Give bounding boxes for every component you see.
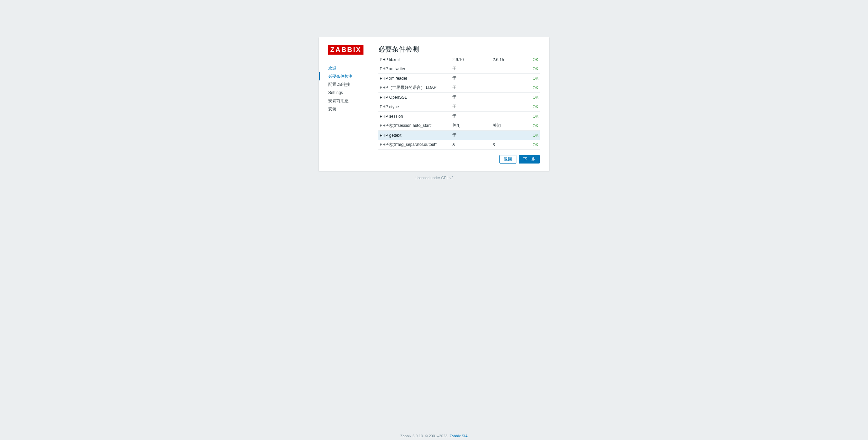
wizard-step-3[interactable]: Settings [328,89,378,97]
check-name: PHP libxml [378,58,451,64]
check-current: 于 [451,74,491,83]
license-text: Licensed under GPL v2 [0,176,868,180]
check-name: PHP xmlwriter [378,64,451,74]
prerequisites-tbody: 支持PHP gd FreeType于OKPHP libxml2.9.102.6.… [378,58,540,150]
check-current: 于 [451,83,491,93]
check-name: PHP选项"session.auto_start" [378,121,451,131]
check-current: 于 [451,93,491,102]
table-row: PHP ctype于OK [378,102,540,112]
check-status: OK [520,64,540,74]
wizard-steps-list: 欢迎必要条件检测配置DB连接Settings安装前汇总安装 [328,64,378,113]
check-status: OK [520,74,540,83]
wizard-step-0[interactable]: 欢迎 [328,64,378,72]
check-status: OK [520,140,540,150]
check-name: PHP选项"arg_separator.output" [378,140,451,150]
table-row: PHP gettext于OK [378,131,540,140]
table-row: PHP libxml2.9.102.6.15OK [378,58,540,64]
setup-wizard-panel: ZABBIX 欢迎必要条件检测配置DB连接Settings安装前汇总安装 必要条… [319,37,549,171]
check-required [491,93,520,102]
check-current: 于 [451,131,491,140]
table-row: PHP session于OK [378,112,540,121]
table-row: PHP选项"arg_separator.output"&&OK [378,140,540,150]
check-required [491,64,520,74]
status-badge: OK [533,66,538,71]
checks-scroll-area[interactable]: 支持PHP gd FreeType于OKPHP libxml2.9.102.6.… [378,58,540,150]
button-row: 返回 下一步 [378,155,540,164]
check-current: 于 [451,112,491,121]
table-row: PHP OpenSSL于OK [378,93,540,102]
check-status: OK [520,58,540,64]
check-required [491,83,520,93]
check-current: & [451,140,491,150]
status-badge: OK [533,104,538,109]
check-name: PHP ctype [378,102,451,112]
status-badge: OK [533,142,538,147]
check-status: OK [520,93,540,102]
check-required [491,131,520,140]
table-row: PHP（世界最好的语言） LDAP于OK [378,83,540,93]
wizard-step-4[interactable]: 安装前汇总 [328,97,378,105]
wizard-step-2[interactable]: 配置DB连接 [328,80,378,89]
check-name: PHP session [378,112,451,121]
check-required [491,112,520,121]
check-current: 于 [451,102,491,112]
check-status: OK [520,112,540,121]
status-badge: OK [533,58,538,62]
check-required: & [491,140,520,150]
check-current: 2.9.10 [451,58,491,64]
page-title: 必要条件检测 [378,45,540,54]
check-required [491,74,520,83]
back-button[interactable]: 返回 [499,155,516,164]
table-row: PHP xmlreader于OK [378,74,540,83]
check-required: 2.6.15 [491,58,520,64]
check-name: PHP（世界最好的语言） LDAP [378,83,451,93]
checks-table-wrapper: 支持PHP gd FreeType于OKPHP libxml2.9.102.6.… [378,58,540,150]
check-status: OK [520,121,540,131]
check-current: 于 [451,64,491,74]
main-content: 必要条件检测 支持PHP gd FreeType于OKPHP libxml2.9… [378,37,549,171]
wizard-step-5[interactable]: 安装 [328,105,378,113]
status-badge: OK [533,85,538,90]
table-row: PHP选项"session.auto_start"关闭关闭OK [378,121,540,131]
next-button[interactable]: 下一步 [519,155,540,164]
status-badge: OK [533,76,538,81]
check-status: OK [520,131,540,140]
check-required: 关闭 [491,121,520,131]
check-status: OK [520,83,540,93]
check-status: OK [520,102,540,112]
prerequisites-table: 支持PHP gd FreeType于OKPHP libxml2.9.102.6.… [378,58,540,150]
status-badge: OK [533,123,538,128]
brand-logo: ZABBIX [328,45,363,55]
status-badge: OK [533,133,538,138]
check-current: 关闭 [451,121,491,131]
status-badge: OK [533,95,538,100]
table-row: PHP xmlwriter于OK [378,64,540,74]
check-name: PHP gettext [378,131,451,140]
check-required [491,102,520,112]
status-badge: OK [533,114,538,119]
check-name: PHP xmlreader [378,74,451,83]
check-name: PHP OpenSSL [378,93,451,102]
sidebar: ZABBIX 欢迎必要条件检测配置DB连接Settings安装前汇总安装 [319,37,378,171]
wizard-step-1[interactable]: 必要条件检测 [328,72,378,80]
